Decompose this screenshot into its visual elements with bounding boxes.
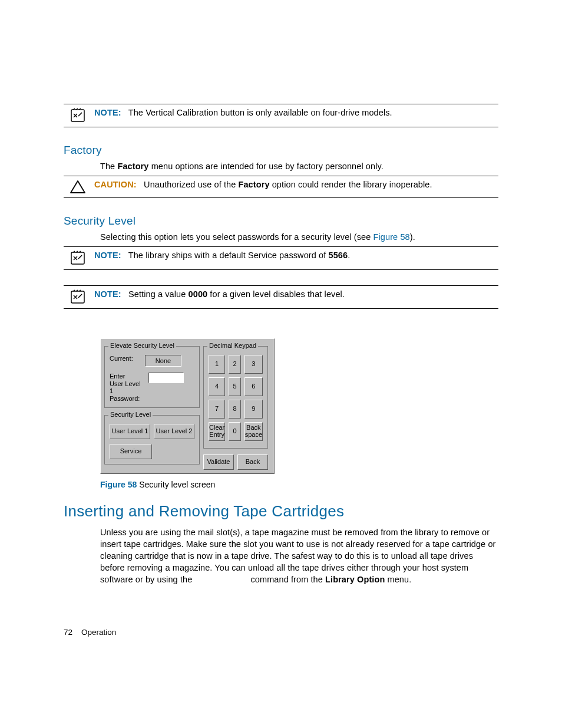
heading-cartridges: Inserting and Removing Tape Cartridges [64, 502, 498, 521]
note-callout: NOTE: The library ships with a default S… [64, 246, 498, 270]
divider [64, 269, 498, 270]
note-text: NOTE: The Vertical Calibration button is… [94, 108, 392, 117]
group-decimal-keypad: Decimal Keypad 1 2 3 4 5 6 7 8 9 Clear E… [203, 346, 268, 449]
note-callout: NOTE: The Vertical Calibration button is… [64, 104, 498, 127]
caution-label: CAUTION: [94, 180, 137, 189]
heading-security: Security Level [64, 215, 498, 228]
group-title: Security Level [108, 411, 153, 418]
password-label: Enter User Level 1 Password: [110, 373, 145, 403]
note-callout: NOTE: Setting a value 0000 for a given l… [64, 285, 498, 309]
key-9[interactable]: 9 [244, 400, 263, 419]
note-icon [70, 251, 86, 266]
back-button[interactable]: Back [237, 454, 268, 470]
keypad-grid: 1 2 3 4 5 6 7 8 9 Clear Entry 0 Back spa… [209, 355, 263, 443]
caution-text: CAUTION: Unauthorized use of the Factory… [94, 180, 432, 189]
caution-callout: CAUTION: Unauthorized use of the Factory… [64, 176, 498, 198]
note-text: NOTE: Setting a value 0000 for a given l… [94, 289, 345, 299]
service-button[interactable]: Service [110, 444, 152, 459]
current-label: Current: [110, 355, 141, 363]
divider [64, 308, 498, 309]
svg-rect-2 [71, 291, 84, 303]
key-2[interactable]: 2 [229, 355, 240, 374]
key-0[interactable]: 0 [229, 422, 240, 441]
key-clear-entry[interactable]: Clear Entry [209, 422, 225, 441]
key-1[interactable]: 1 [209, 355, 225, 374]
page-footer: 72 Operation [64, 628, 116, 637]
note-label: NOTE: [94, 108, 121, 117]
key-3[interactable]: 3 [244, 355, 263, 374]
figure-caption: Figure 58 Security level screen [100, 480, 498, 489]
paragraph-factory: The Factory menu options are intended fo… [100, 160, 498, 172]
key-7[interactable]: 7 [209, 400, 225, 419]
note-text: NOTE: The library ships with a default S… [94, 251, 350, 260]
note-icon [70, 289, 86, 305]
group-elevate-security: Elevate Security Level Current: None Ent… [104, 346, 200, 408]
key-6[interactable]: 6 [244, 377, 263, 396]
figure-link[interactable]: Figure 58 [373, 232, 410, 242]
heading-factory: Factory [64, 144, 498, 157]
validate-button[interactable]: Validate [203, 454, 234, 470]
key-5[interactable]: 5 [229, 377, 240, 396]
key-backspace[interactable]: Back space [244, 422, 263, 441]
key-4[interactable]: 4 [209, 377, 225, 396]
user-level-1-button[interactable]: User Level 1 [110, 424, 150, 439]
note-label: NOTE: [94, 289, 121, 299]
group-security-level: Security Level User Level 1 User Level 2… [104, 415, 200, 465]
note-body: The Vertical Calibration button is only … [128, 108, 392, 117]
key-8[interactable]: 8 [229, 400, 240, 419]
divider [64, 197, 498, 198]
note-icon [70, 108, 86, 123]
divider [64, 127, 498, 127]
security-level-screen: Elevate Security Level Current: None Ent… [100, 338, 275, 474]
current-value: None [145, 355, 181, 367]
caution-icon [70, 180, 86, 194]
figure-label: Figure 58 [100, 480, 137, 489]
svg-rect-1 [71, 252, 84, 264]
section-name: Operation [81, 628, 116, 637]
password-input[interactable] [148, 373, 184, 383]
user-level-2-button[interactable]: User Level 2 [154, 424, 194, 439]
svg-rect-0 [71, 110, 84, 121]
page-number: 72 [64, 628, 72, 637]
note-label: NOTE: [94, 251, 121, 260]
manual-page: NOTE: The Vertical Calibration button is… [0, 0, 562, 728]
paragraph-cartridges: Unless you are using the mail slot(s), a… [100, 526, 498, 585]
group-title: Decimal Keypad [207, 342, 258, 349]
paragraph-security: Selecting this option lets you select pa… [100, 231, 498, 243]
group-title: Elevate Security Level [108, 342, 176, 349]
